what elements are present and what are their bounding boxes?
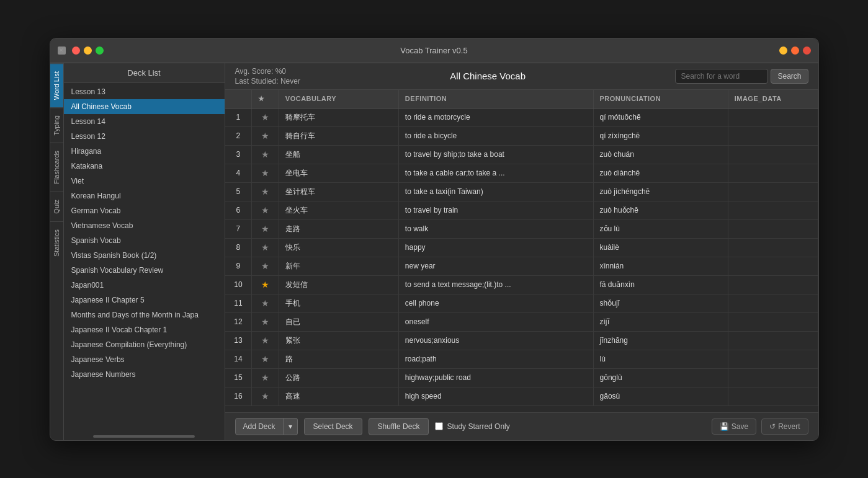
deck-item[interactable]: Months and Days of the Month in Japa bbox=[64, 308, 225, 322]
cell-star[interactable]: ★ bbox=[252, 108, 279, 126]
cell-star[interactable]: ★ bbox=[252, 182, 279, 201]
cell-num: 14 bbox=[225, 350, 252, 368]
deck-item[interactable]: Japanese II Chapter 5 bbox=[64, 293, 225, 308]
deck-list[interactable]: Lesson 13All Chinese VocabLesson 14Lesso… bbox=[64, 83, 225, 433]
cell-pronunciation: zuò chuán bbox=[593, 145, 728, 164]
sidebar-item-quiz[interactable]: Quiz bbox=[50, 192, 63, 221]
star-icon[interactable]: ★ bbox=[261, 354, 269, 364]
sidebar-item-flashcards[interactable]: Flashcards bbox=[50, 143, 63, 192]
cell-star[interactable]: ★ bbox=[252, 368, 279, 387]
cell-star[interactable]: ★ bbox=[252, 257, 279, 275]
deck-item[interactable]: Lesson 13 bbox=[64, 84, 225, 99]
cell-vocab: 手机 bbox=[279, 294, 398, 312]
star-icon[interactable]: ★ bbox=[261, 224, 269, 234]
deck-item[interactable]: Lesson 12 bbox=[64, 129, 225, 144]
cell-pronunciation: xīnnián bbox=[593, 257, 728, 275]
cell-vocab: 坐船 bbox=[279, 145, 398, 164]
cell-star[interactable]: ★ bbox=[252, 238, 279, 257]
cell-num: 13 bbox=[225, 331, 252, 350]
cell-image bbox=[728, 368, 818, 387]
avg-score: Avg. Score: %0 bbox=[235, 67, 300, 76]
star-icon[interactable]: ★ bbox=[261, 280, 269, 290]
sidebar-tabs: Word List Typing Flashcards Quiz Statist… bbox=[50, 63, 64, 440]
cell-star[interactable]: ★ bbox=[252, 145, 279, 164]
close-button[interactable] bbox=[72, 46, 80, 55]
star-icon[interactable]: ★ bbox=[261, 317, 269, 327]
star-icon[interactable]: ★ bbox=[261, 205, 269, 215]
cell-star[interactable]: ★ bbox=[252, 126, 279, 145]
add-deck-dropdown-button[interactable]: ▾ bbox=[284, 418, 298, 435]
cell-definition: to ride a bicycle bbox=[398, 126, 593, 145]
deck-item[interactable]: Vistas Spanish Book (1/2) bbox=[64, 248, 225, 263]
revert-button[interactable]: ↺ Revert bbox=[761, 418, 808, 435]
deck-item[interactable]: German Vocab bbox=[64, 203, 225, 218]
deck-item[interactable]: Vietnamese Vocab bbox=[64, 218, 225, 233]
cell-image bbox=[728, 182, 818, 201]
revert-label: Revert bbox=[778, 422, 800, 431]
table-header: ★ VOCABULARY DEFINITION PRONUNCIATION IM… bbox=[225, 90, 818, 108]
deck-item[interactable]: Japanese Compilation (Everything) bbox=[64, 337, 225, 352]
star-icon[interactable]: ★ bbox=[261, 373, 269, 383]
minimize-button[interactable] bbox=[84, 46, 92, 55]
star-icon[interactable]: ★ bbox=[261, 261, 269, 271]
cell-star[interactable]: ★ bbox=[252, 201, 279, 219]
table-row: 11★手机cell phoneshǒujī bbox=[225, 294, 818, 312]
deck-item[interactable]: Katakana bbox=[64, 159, 225, 174]
add-deck-button[interactable]: Add Deck bbox=[235, 418, 284, 435]
table-row: 15★公路highway;public roadgōnglù bbox=[225, 368, 818, 387]
tb-orange-btn[interactable] bbox=[791, 46, 799, 55]
cell-star[interactable]: ★ bbox=[252, 219, 279, 238]
cell-pronunciation: shǒujī bbox=[593, 294, 728, 312]
deck-item[interactable]: Korean Hangul bbox=[64, 188, 225, 203]
star-icon[interactable]: ★ bbox=[261, 187, 269, 197]
star-icon[interactable]: ★ bbox=[261, 298, 269, 308]
star-icon[interactable]: ★ bbox=[261, 149, 269, 159]
deck-item[interactable]: Spanish Vocabulary Review bbox=[64, 263, 225, 278]
cell-definition: new year bbox=[398, 257, 593, 275]
star-icon[interactable]: ★ bbox=[261, 335, 269, 345]
deck-item[interactable]: Japanese II Vocab Chapter 1 bbox=[64, 322, 225, 337]
star-icon[interactable]: ★ bbox=[261, 391, 269, 401]
search-input[interactable] bbox=[675, 69, 768, 84]
tb-yellow-btn[interactable] bbox=[779, 46, 787, 55]
sidebar-item-word-list[interactable]: Word List bbox=[50, 63, 63, 107]
save-button[interactable]: 💾 Save bbox=[712, 418, 756, 435]
table-row: 14★路road;pathlù bbox=[225, 350, 818, 368]
cell-num: 11 bbox=[225, 294, 252, 312]
table-wrapper[interactable]: ★ VOCABULARY DEFINITION PRONUNCIATION IM… bbox=[225, 90, 818, 412]
tb-red-btn[interactable] bbox=[803, 46, 811, 55]
cell-star[interactable]: ★ bbox=[252, 387, 279, 405]
sidebar-item-statistics[interactable]: Statistics bbox=[50, 221, 63, 264]
content-area: Avg. Score: %0 Last Studied: Never All C… bbox=[225, 63, 818, 440]
x-icon[interactable]: ✕ bbox=[58, 46, 66, 55]
search-button[interactable]: Search bbox=[771, 69, 808, 84]
cell-star[interactable]: ★ bbox=[252, 164, 279, 182]
cell-star[interactable]: ★ bbox=[252, 294, 279, 312]
deck-item[interactable]: Japanese Verbs bbox=[64, 352, 225, 367]
study-starred-label: Study Starred Only bbox=[435, 422, 509, 431]
star-icon[interactable]: ★ bbox=[261, 168, 269, 178]
cell-star[interactable]: ★ bbox=[252, 275, 279, 294]
star-icon[interactable]: ★ bbox=[261, 112, 269, 122]
cell-star[interactable]: ★ bbox=[252, 331, 279, 350]
deck-item[interactable]: Lesson 14 bbox=[64, 114, 225, 129]
cell-num: 7 bbox=[225, 219, 252, 238]
cell-pronunciation: gāosù bbox=[593, 387, 728, 405]
cell-definition: to take a taxi(in Taiwan) bbox=[398, 182, 593, 201]
cell-star[interactable]: ★ bbox=[252, 350, 279, 368]
table-row: 7★走路to walkzǒu lù bbox=[225, 219, 818, 238]
study-starred-checkbox[interactable] bbox=[435, 422, 443, 430]
star-icon[interactable]: ★ bbox=[261, 131, 269, 141]
deck-item[interactable]: Hiragana bbox=[64, 144, 225, 159]
deck-item[interactable]: Spanish Vocab bbox=[64, 233, 225, 248]
select-deck-button[interactable]: Select Deck bbox=[304, 418, 362, 435]
deck-item[interactable]: Japan001 bbox=[64, 278, 225, 293]
deck-item[interactable]: All Chinese Vocab bbox=[64, 99, 225, 114]
star-icon[interactable]: ★ bbox=[261, 242, 269, 252]
shuffle-deck-button[interactable]: Shuffle Deck bbox=[369, 418, 429, 435]
deck-item[interactable]: Viet bbox=[64, 174, 225, 188]
cell-star[interactable]: ★ bbox=[252, 312, 279, 331]
deck-item[interactable]: Japanese Numbers bbox=[64, 367, 225, 382]
maximize-button[interactable] bbox=[96, 46, 104, 55]
sidebar-item-typing[interactable]: Typing bbox=[50, 107, 63, 143]
